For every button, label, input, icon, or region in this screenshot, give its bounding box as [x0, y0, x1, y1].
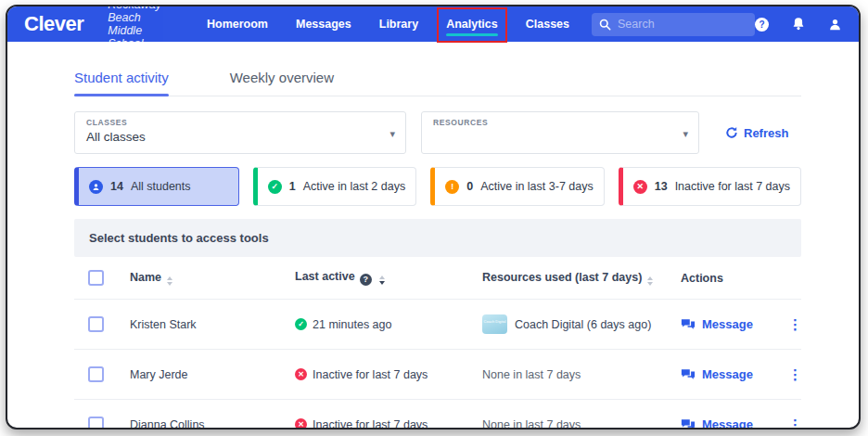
card-all-students[interactable]: 14 All students [74, 167, 239, 206]
resources-used-value: None in last 7 days [482, 418, 681, 430]
all-students-icon [89, 180, 103, 194]
top-navbar: Clever Rockaway Beach Middle School Home… [7, 6, 859, 42]
check-circle-icon: ✓ [295, 318, 307, 330]
resource-app-icon: Coach Digital [482, 314, 507, 334]
navbar-icons: ? [755, 17, 842, 32]
classes-dropdown[interactable]: CLASSES All classes ▾ [74, 111, 406, 154]
student-name: Mary Jerde [130, 368, 295, 381]
sort-desc-icon [379, 276, 385, 285]
resources-used-value: Coach Digital (6 days ago) [515, 318, 651, 331]
student-name: Dianna Collins [130, 418, 295, 430]
column-header-name[interactable]: Name [130, 271, 295, 286]
help-icon[interactable]: ? [755, 18, 769, 32]
select-students-bar: Select students to access tools [74, 219, 801, 257]
select-all-checkbox[interactable] [88, 270, 104, 286]
nav-item-classes[interactable]: Classes [526, 18, 569, 31]
card-count: 13 [655, 180, 668, 193]
resources-used-value: None in last 7 days [482, 368, 681, 381]
message-label: Message [702, 367, 753, 381]
refresh-button[interactable]: Refresh [725, 126, 788, 140]
card-active-2-days[interactable]: ✓ 1 Active in last 2 days [253, 167, 416, 206]
message-label: Message [702, 317, 753, 331]
more-options-kebab-icon[interactable]: ⋮ [788, 417, 802, 430]
account-user-icon[interactable] [828, 18, 842, 32]
refresh-icon [725, 126, 738, 139]
classes-dropdown-label: CLASSES [86, 118, 377, 127]
more-options-kebab-icon[interactable]: ⋮ [788, 317, 802, 331]
summary-cards: 14 All students ✓ 1 Active in last 2 day… [74, 167, 801, 206]
card-count: 0 [466, 180, 473, 193]
last-active-value: Inactive for last 7 days [313, 418, 428, 430]
last-active-value: 21 minutes ago [313, 318, 391, 331]
notifications-bell-icon[interactable] [791, 17, 806, 32]
card-count: 1 [289, 180, 296, 193]
chat-bubbles-icon [681, 318, 696, 331]
card-label: Active in last 3-7 days [480, 180, 594, 193]
nav-item-library[interactable]: Library [379, 18, 418, 31]
nav-menu: Homeroom Messages Library Analytics Clas… [207, 18, 569, 31]
chat-bubbles-icon [681, 368, 696, 381]
last-active-value: Inactive for last 7 days [313, 368, 428, 381]
more-options-kebab-icon[interactable]: ⋮ [788, 367, 802, 381]
sort-icon [647, 276, 653, 286]
search-icon [599, 19, 611, 31]
search-box[interactable] [592, 13, 755, 36]
message-button[interactable]: Message [681, 317, 753, 331]
column-header-last-active[interactable]: Last active? [295, 270, 482, 286]
card-label: All students [131, 180, 191, 193]
card-active-3-7-days[interactable]: ! 0 Active in last 3-7 days [430, 167, 605, 206]
refresh-label: Refresh [744, 126, 788, 140]
check-circle-icon: ✓ [268, 180, 282, 194]
row-checkbox[interactable] [88, 366, 104, 382]
chevron-down-icon: ▾ [389, 128, 395, 140]
row-checkbox[interactable] [88, 417, 104, 430]
sort-icon [167, 276, 172, 286]
nav-item-analytics-label: Analytics [446, 18, 498, 31]
x-circle-icon: ✕ [295, 368, 307, 380]
school-name: Rockaway Beach Middle School [108, 5, 164, 50]
card-label: Inactive for last 7 days [675, 180, 790, 193]
app-window: Clever Rockaway Beach Middle School Home… [6, 5, 861, 430]
card-label: Active in last 2 days [303, 180, 405, 193]
card-inactive-7-days[interactable]: ✕ 13 Inactive for last 7 days [619, 167, 801, 206]
chevron-down-icon: ▾ [683, 128, 688, 140]
clever-logo[interactable]: Clever [24, 12, 83, 36]
card-count: 14 [110, 180, 123, 193]
table-header: Name Last active? Resources used (last 7… [74, 257, 801, 300]
resources-dropdown-label: RESOURCES [433, 118, 670, 127]
column-header-resources[interactable]: Resources used (last 7 days) [482, 271, 681, 286]
table-row: Mary Jerde ✕ Inactive for last 7 days No… [74, 350, 801, 400]
table-row: Dianna Collins ✕ Inactive for last 7 day… [74, 400, 801, 430]
nav-item-homeroom[interactable]: Homeroom [207, 18, 268, 31]
tab-student-activity[interactable]: Student activity [74, 64, 169, 96]
tab-weekly-overview[interactable]: Weekly overview [230, 64, 334, 96]
filters-row: CLASSES All classes ▾ RESOURCES ▾ Refres… [74, 111, 801, 154]
message-button[interactable]: Message [681, 417, 753, 430]
nav-item-messages[interactable]: Messages [296, 18, 351, 31]
classes-dropdown-value: All classes [86, 130, 377, 144]
x-circle-icon: ✕ [633, 180, 647, 194]
message-button[interactable]: Message [681, 367, 753, 381]
resources-dropdown[interactable]: RESOURCES ▾ [421, 111, 699, 154]
nav-item-analytics[interactable]: Analytics [446, 18, 498, 31]
help-tooltip-icon[interactable]: ? [360, 274, 372, 286]
table-row: Kristen Stark ✓ 21 minutes ago Coach Dig… [74, 300, 801, 350]
warning-circle-icon: ! [445, 180, 459, 194]
search-input[interactable] [618, 18, 747, 31]
chat-bubbles-icon [681, 418, 696, 430]
column-header-actions: Actions [681, 272, 801, 285]
message-label: Message [702, 417, 753, 430]
student-name: Kristen Stark [130, 318, 295, 331]
row-checkbox[interactable] [88, 316, 104, 332]
analytics-tabs: Student activity Weekly overview [74, 64, 801, 96]
x-circle-icon: ✕ [295, 418, 307, 430]
